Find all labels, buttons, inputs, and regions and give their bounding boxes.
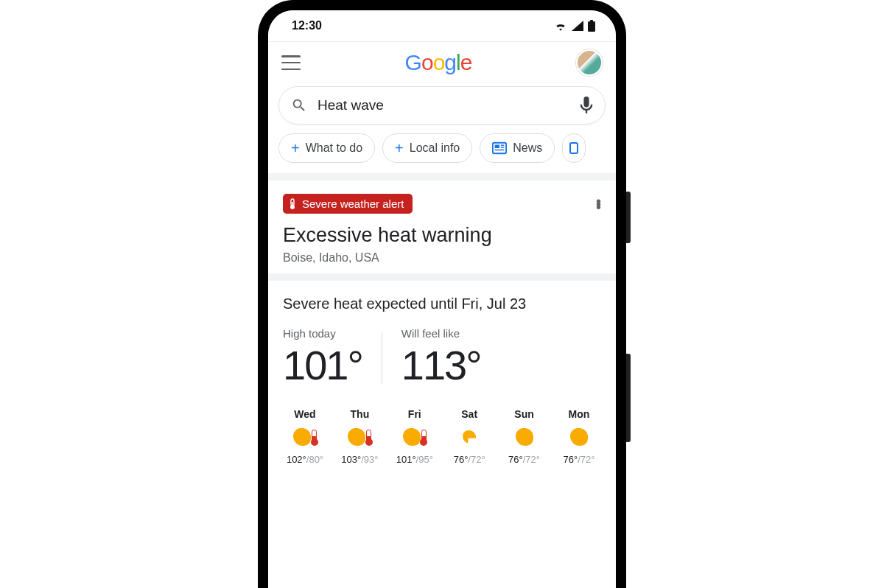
forecast-day[interactable]: Sat76°/72°	[446, 408, 493, 465]
google-logo[interactable]: Google	[405, 50, 472, 75]
more-icon	[569, 141, 579, 155]
side-button	[626, 192, 631, 243]
plus-icon: +	[395, 141, 404, 155]
screen: 12:30 Google +	[268, 10, 616, 588]
search-bar[interactable]	[278, 86, 606, 125]
day-name: Thu	[336, 408, 383, 420]
sunny-icon	[555, 426, 603, 448]
search-input[interactable]	[318, 97, 569, 113]
forecast-heading: Severe heat expected until Fri, Jul 23	[268, 281, 616, 323]
svg-rect-10	[292, 202, 293, 206]
high-label: High today	[283, 327, 362, 340]
chip-local-info[interactable]: + Local info	[382, 133, 472, 163]
forecast-day[interactable]: Thu103°/93°	[336, 408, 383, 465]
news-icon	[492, 141, 507, 155]
forecast-day[interactable]: Sun76°/72°	[501, 408, 548, 465]
forecast-day[interactable]: Mon76°/72°	[555, 408, 603, 465]
feels-like-block: Will feel like 113°	[401, 327, 481, 389]
svg-rect-6	[495, 150, 505, 150]
chip-news[interactable]: News	[480, 133, 555, 163]
day-temps: 76°/72°	[501, 454, 548, 465]
day-temps: 103°/93°	[336, 454, 383, 465]
side-button	[626, 354, 631, 442]
feel-value: 113°	[401, 341, 481, 389]
chip-label: News	[513, 141, 542, 155]
svg-rect-1	[590, 20, 593, 22]
alert-title: Excessive heat warning	[283, 224, 601, 247]
plus-icon: +	[291, 141, 300, 155]
days-row[interactable]: Wed102°/80°Thu103°/93°Fri101°/95°Sat76°/…	[268, 404, 616, 472]
signal-icon	[572, 21, 583, 31]
menu-icon[interactable]	[281, 55, 301, 70]
forecast-day[interactable]: Fri101°/95°	[391, 408, 438, 465]
day-temps: 76°/72°	[555, 454, 603, 465]
high-today-block: High today 101°	[283, 327, 362, 389]
app-header: Google	[268, 41, 616, 82]
temps-row: High today 101° Will feel like 113°	[268, 323, 616, 404]
day-name: Sat	[446, 408, 493, 420]
day-name: Mon	[555, 408, 603, 420]
svg-rect-0	[588, 21, 595, 32]
partly-cloudy-icon	[446, 426, 493, 448]
section-divider	[268, 173, 616, 181]
vertical-separator	[382, 332, 382, 385]
chip-label: What to do	[306, 141, 362, 155]
status-icons	[554, 20, 595, 32]
forecast-day[interactable]: Wed102°/80°	[281, 408, 329, 465]
section-divider	[268, 273, 616, 281]
chip-label: Local info	[410, 141, 460, 155]
wifi-icon	[554, 21, 567, 31]
avatar[interactable]	[576, 49, 603, 76]
feel-label: Will feel like	[401, 327, 481, 340]
hot-weather-icon	[391, 426, 438, 448]
alert-card: Severe weather alert ••• Excessive heat …	[268, 181, 616, 273]
day-name: Sun	[501, 408, 548, 420]
hot-weather-icon	[336, 426, 383, 448]
day-temps: 101°/95°	[391, 454, 438, 465]
chip-what-to-do[interactable]: + What to do	[278, 133, 375, 163]
chips-row[interactable]: + What to do + Local info News	[268, 133, 616, 173]
svg-rect-3	[495, 144, 499, 148]
sunny-icon	[501, 426, 548, 448]
svg-rect-5	[501, 147, 505, 147]
status-time: 12:30	[292, 19, 322, 32]
svg-rect-4	[501, 144, 505, 145]
mic-icon[interactable]	[580, 97, 593, 114]
battery-icon	[588, 20, 595, 32]
status-bar: 12:30	[268, 10, 616, 41]
alert-location: Boise, Idaho, USA	[283, 251, 601, 265]
kebab-menu[interactable]: •••	[596, 200, 601, 209]
thermometer-icon	[289, 198, 296, 210]
phone-frame: 12:30 Google +	[258, 0, 626, 588]
alert-pill[interactable]: Severe weather alert	[283, 194, 413, 214]
high-value: 101°	[283, 341, 362, 389]
chip-overflow[interactable]	[562, 133, 586, 163]
alert-pill-label: Severe weather alert	[302, 197, 404, 210]
hot-weather-icon	[281, 426, 329, 448]
day-name: Wed	[281, 408, 329, 420]
day-temps: 102°/80°	[281, 454, 329, 465]
day-name: Fri	[391, 408, 438, 420]
svg-rect-7	[570, 143, 578, 153]
day-temps: 76°/72°	[446, 454, 493, 465]
search-icon	[291, 97, 307, 113]
